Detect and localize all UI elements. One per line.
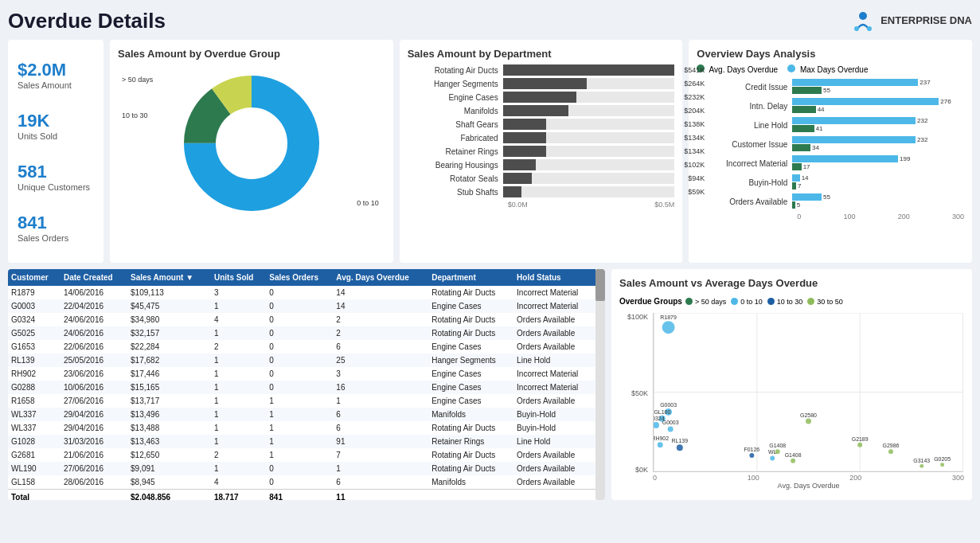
col-customer[interactable]: Customer — [8, 269, 61, 286]
svg-text:G2189: G2189 — [852, 436, 869, 442]
table-row[interactable]: G502524/06/2016$32,157102Rotating Air Du… — [8, 326, 595, 340]
table-cell-4: 0 — [266, 286, 333, 299]
svg-text:F0126: F0126 — [744, 447, 759, 452]
scatter-plot-area: $100K $50K $0K R1879G0003GL160G0324RL139… — [619, 313, 964, 490]
table-row[interactable]: WL33729/04/2016$13,488116Rotating Air Du… — [8, 421, 595, 435]
svg-text:G2580: G2580 — [800, 412, 817, 418]
table-scroll[interactable]: Customer Date Created Sales Amount ▼ Uni… — [8, 269, 595, 500]
table-cell-0: G2681 — [8, 448, 61, 462]
table-row[interactable]: G028810/06/2016$15,1651016Engine CasesIn… — [8, 381, 595, 394]
table-row[interactable]: G032424/06/2016$34,980402Rotating Air Du… — [8, 313, 595, 326]
table-cell-0: G0288 — [8, 381, 61, 394]
ov-bars: 55 5 — [792, 193, 964, 209]
dept-value: $232K — [684, 92, 705, 103]
table-cell-0: G1028 — [8, 435, 61, 448]
donut-svg — [176, 68, 327, 219]
scatter-legend-dot — [767, 298, 775, 305]
col-avg-days[interactable]: Avg. Days Overdue — [333, 269, 428, 286]
table-cell-5: 2 — [333, 326, 428, 340]
table-cell-1: 22/06/2016 — [61, 340, 127, 354]
dept-x-axis: $0.0M $0.5M — [408, 201, 675, 209]
table-cell-4: 0 — [266, 340, 333, 354]
dept-bar — [503, 64, 675, 76]
ov-bars: 232 41 — [792, 117, 964, 133]
svg-point-32 — [749, 453, 754, 458]
table-cell-3: 1 — [211, 435, 266, 448]
scatter-legend-dot — [685, 298, 693, 305]
table-cell-7: Orders Available — [513, 475, 595, 490]
svg-text:G2986: G2986 — [883, 443, 900, 448]
ov-bar-green — [792, 144, 810, 151]
table-cell-5: 25 — [333, 354, 428, 367]
scatter-legend-item: 30 to 50 — [807, 298, 843, 306]
scatter-legend-item: 10 to 30 — [767, 298, 803, 306]
dept-value: $541K — [684, 64, 705, 76]
table-cell-7: Buyin-Hold — [513, 421, 595, 435]
col-sales-orders[interactable]: Sales Orders — [266, 269, 333, 286]
page-title: Overdue Details — [8, 9, 166, 33]
table-cell-6: Rotating Air Ducts — [428, 313, 513, 326]
ov-bar-green — [792, 125, 814, 132]
table-row[interactable]: G165322/06/2016$22,284206Engine CasesOrd… — [8, 340, 595, 354]
scroll-indicator[interactable] — [595, 269, 605, 500]
table-cell-1: 29/04/2016 — [61, 408, 127, 421]
table-cell-1: 10/06/2016 — [61, 381, 127, 394]
overview-row: Orders Available 55 5 — [697, 193, 964, 209]
table-cell-5: 16 — [333, 381, 428, 394]
table-cell-5: 6 — [333, 408, 428, 421]
ov-val-max: 237 — [919, 79, 930, 86]
table-cell-2: $13,496 — [127, 408, 211, 421]
table-cell-4: 0 — [266, 354, 333, 367]
table-row[interactable]: G268121/06/2016$12,650217Rotating Air Du… — [8, 448, 595, 462]
col-sales-amount[interactable]: Sales Amount ▼ — [127, 269, 211, 286]
scroll-thumb — [595, 269, 605, 301]
table-cell-3: 4 — [211, 475, 266, 490]
table-cell-7: Line Hold — [513, 354, 595, 367]
svg-point-38 — [857, 443, 862, 447]
svg-point-0 — [859, 12, 867, 20]
dept-label: Fabricated — [408, 134, 503, 143]
svg-point-44 — [919, 464, 923, 468]
table-row[interactable]: RH90223/06/2016$17,446103Engine CasesInc… — [8, 367, 595, 381]
overview-row: Customer Issue 232 34 — [697, 136, 964, 152]
ov-bar-blue — [792, 155, 898, 162]
overview-row: Line Hold 232 41 — [697, 117, 964, 133]
table-row[interactable]: WL19027/06/2016$9,091101Rotating Air Duc… — [8, 462, 595, 475]
svg-point-24 — [668, 426, 674, 432]
dept-label: Shaft Gears — [408, 120, 503, 129]
brand-name: ENTERPRISE DNA — [880, 14, 972, 27]
dept-row: Engine Cases $232K — [408, 92, 675, 103]
table-cell-4: 1 — [266, 394, 333, 408]
col-date[interactable]: Date Created — [61, 269, 127, 286]
table-cell-6: Rotating Air Ducts — [428, 462, 513, 475]
table-row[interactable]: R187914/06/2016$109,1133014Rotating Air … — [8, 286, 595, 299]
dept-chart: Rotating Air Ducts $541K Hanger Segments… — [408, 64, 675, 197]
table-row[interactable]: WL33729/04/2016$13,496116ManifoldsBuyin-… — [8, 408, 595, 421]
table-row[interactable]: GL15828/06/2016$8,945406ManifoldsOrders … — [8, 475, 595, 490]
table-cell-6: Rotating Air Ducts — [428, 421, 513, 435]
table-row[interactable]: G102831/03/2016$13,4631191Retainer Rings… — [8, 435, 595, 448]
svg-text:G3143: G3143 — [913, 458, 930, 463]
table-cell-1: 24/06/2016 — [61, 313, 127, 326]
dept-bar-wrap: $541K — [503, 64, 675, 76]
table-cell-2: $13,717 — [127, 394, 211, 408]
table-cell-5: 1 — [333, 394, 428, 408]
table-row[interactable]: G000322/04/2016$45,4751014Engine CasesIn… — [8, 299, 595, 313]
table-cell-3: 4 — [211, 313, 266, 326]
col-units-sold[interactable]: Units Sold — [211, 269, 266, 286]
overview-x-axis: 0 100 200 300 — [697, 213, 964, 221]
col-hold-status[interactable]: Hold Status — [513, 269, 595, 286]
table-row[interactable]: R165827/06/2016$13,717111Engine CasesOrd… — [8, 394, 595, 408]
brand-logo-icon — [850, 8, 876, 33]
table-row[interactable]: RL13925/05/2016$17,6821025Hanger Segment… — [8, 354, 595, 367]
table-cell-7: Buyin-Hold — [513, 408, 595, 421]
svg-point-34 — [770, 455, 775, 460]
table-cell-1: 24/06/2016 — [61, 326, 127, 340]
ov-val-avg: 5 — [797, 201, 800, 209]
ov-val-avg: 55 — [823, 87, 830, 94]
table-cell-6: Engine Cases — [428, 381, 513, 394]
col-department[interactable]: Department — [428, 269, 513, 286]
svg-text:R1879: R1879 — [660, 314, 677, 320]
page: Overdue Details ENTERPRISE DNA $2.0M Sal… — [0, 0, 980, 543]
table-cell-1: 28/06/2016 — [61, 475, 127, 490]
